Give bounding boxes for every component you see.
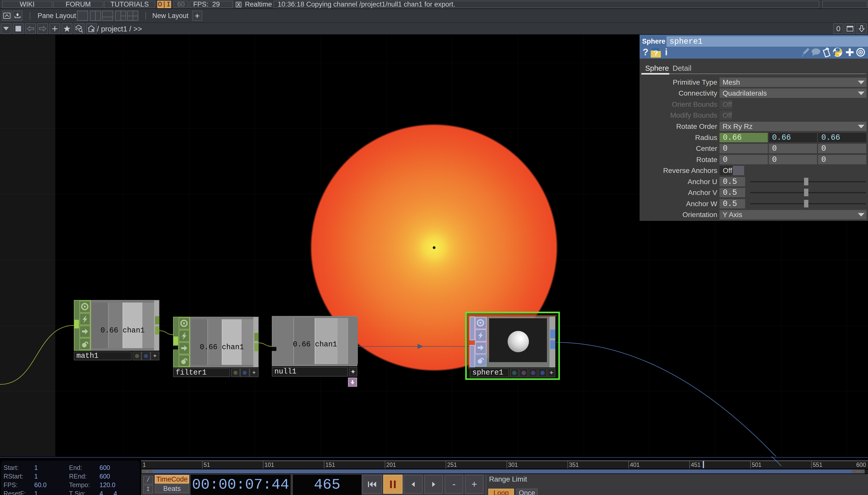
svg-text:?: ? xyxy=(654,49,658,57)
